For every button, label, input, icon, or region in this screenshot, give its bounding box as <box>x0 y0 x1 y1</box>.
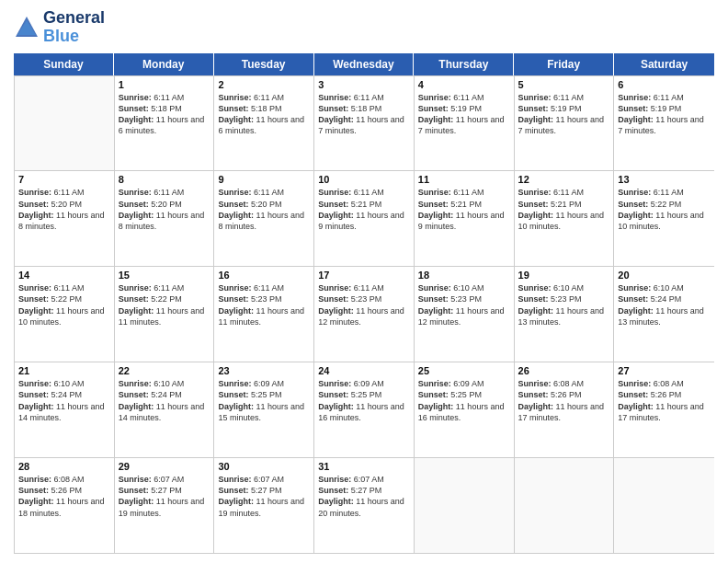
day-cell-5: 5 Sunrise: 6:11 AM Sunset: 5:19 PM Dayli… <box>515 76 615 171</box>
calendar: SundayMondayTuesdayWednesdayThursdayFrid… <box>14 53 714 554</box>
empty-cell <box>515 458 615 553</box>
day-cell-26: 26 Sunrise: 6:08 AM Sunset: 5:26 PM Dayl… <box>515 362 615 457</box>
day-number: 13 <box>618 174 711 185</box>
logo: General Blue <box>14 9 105 46</box>
day-number: 26 <box>518 365 610 376</box>
calendar-body: 1 Sunrise: 6:11 AM Sunset: 5:18 PM Dayli… <box>14 75 714 554</box>
day-number: 22 <box>119 365 210 376</box>
day-info: Sunrise: 6:11 AM Sunset: 5:21 PM Dayligh… <box>318 187 410 232</box>
day-info: Sunrise: 6:08 AM Sunset: 5:26 PM Dayligh… <box>618 378 711 423</box>
day-number: 12 <box>518 174 610 185</box>
day-info: Sunrise: 6:11 AM Sunset: 5:23 PM Dayligh… <box>318 282 410 327</box>
day-number: 30 <box>218 461 310 472</box>
day-cell-20: 20 Sunrise: 6:10 AM Sunset: 5:24 PM Dayl… <box>614 267 714 362</box>
day-cell-16: 16 Sunrise: 6:11 AM Sunset: 5:23 PM Dayl… <box>214 267 314 362</box>
day-number: 31 <box>318 461 410 472</box>
empty-cell <box>614 458 714 553</box>
day-info: Sunrise: 6:11 AM Sunset: 5:19 PM Dayligh… <box>418 92 510 137</box>
empty-cell <box>415 458 515 553</box>
day-cell-22: 22 Sunrise: 6:10 AM Sunset: 5:24 PM Dayl… <box>115 362 215 457</box>
day-info: Sunrise: 6:09 AM Sunset: 5:25 PM Dayligh… <box>218 378 310 423</box>
day-number: 15 <box>119 270 210 281</box>
day-of-week-sunday: Sunday <box>14 53 114 75</box>
day-number: 5 <box>518 79 610 90</box>
day-info: Sunrise: 6:10 AM Sunset: 5:23 PM Dayligh… <box>418 282 510 327</box>
week-1: 1 Sunrise: 6:11 AM Sunset: 5:18 PM Dayli… <box>15 75 714 171</box>
day-of-week-saturday: Saturday <box>614 53 714 75</box>
day-info: Sunrise: 6:07 AM Sunset: 5:27 PM Dayligh… <box>318 474 410 519</box>
day-number: 1 <box>119 79 210 90</box>
day-cell-3: 3 Sunrise: 6:11 AM Sunset: 5:18 PM Dayli… <box>314 76 415 171</box>
week-5: 28 Sunrise: 6:08 AM Sunset: 5:26 PM Dayl… <box>15 457 714 553</box>
day-info: Sunrise: 6:11 AM Sunset: 5:22 PM Dayligh… <box>618 187 711 232</box>
day-info: Sunrise: 6:07 AM Sunset: 5:27 PM Dayligh… <box>218 474 310 519</box>
calendar-header: SundayMondayTuesdayWednesdayThursdayFrid… <box>14 53 714 75</box>
day-cell-4: 4 Sunrise: 6:11 AM Sunset: 5:19 PM Dayli… <box>415 76 515 171</box>
empty-cell <box>15 76 115 171</box>
day-info: Sunrise: 6:10 AM Sunset: 5:24 PM Dayligh… <box>618 282 711 327</box>
day-info: Sunrise: 6:11 AM Sunset: 5:21 PM Dayligh… <box>518 187 610 232</box>
day-info: Sunrise: 6:11 AM Sunset: 5:18 PM Dayligh… <box>218 92 310 137</box>
day-info: Sunrise: 6:07 AM Sunset: 5:27 PM Dayligh… <box>119 474 210 519</box>
day-cell-1: 1 Sunrise: 6:11 AM Sunset: 5:18 PM Dayli… <box>115 76 215 171</box>
day-info: Sunrise: 6:09 AM Sunset: 5:25 PM Dayligh… <box>318 378 410 423</box>
day-number: 8 <box>119 174 210 185</box>
day-number: 25 <box>418 365 510 376</box>
day-cell-23: 23 Sunrise: 6:09 AM Sunset: 5:25 PM Dayl… <box>214 362 314 457</box>
day-info: Sunrise: 6:10 AM Sunset: 5:24 PM Dayligh… <box>18 378 110 423</box>
day-info: Sunrise: 6:11 AM Sunset: 5:20 PM Dayligh… <box>119 187 210 232</box>
day-cell-6: 6 Sunrise: 6:11 AM Sunset: 5:19 PM Dayli… <box>614 76 714 171</box>
day-number: 2 <box>218 79 310 90</box>
logo-icon <box>14 15 40 40</box>
day-info: Sunrise: 6:11 AM Sunset: 5:18 PM Dayligh… <box>318 92 410 137</box>
day-info: Sunrise: 6:11 AM Sunset: 5:19 PM Dayligh… <box>518 92 610 137</box>
day-number: 16 <box>218 270 310 281</box>
svg-marker-1 <box>17 20 36 35</box>
day-cell-30: 30 Sunrise: 6:07 AM Sunset: 5:27 PM Dayl… <box>214 458 314 553</box>
day-cell-18: 18 Sunrise: 6:10 AM Sunset: 5:23 PM Dayl… <box>415 267 515 362</box>
day-number: 20 <box>618 270 711 281</box>
day-cell-2: 2 Sunrise: 6:11 AM Sunset: 5:18 PM Dayli… <box>214 76 314 171</box>
day-info: Sunrise: 6:11 AM Sunset: 5:20 PM Dayligh… <box>218 187 310 232</box>
day-number: 10 <box>318 174 410 185</box>
day-number: 24 <box>318 365 410 376</box>
day-number: 19 <box>518 270 610 281</box>
day-number: 14 <box>18 270 110 281</box>
page: General Blue SundayMondayTuesdayWednesda… <box>0 0 728 563</box>
day-info: Sunrise: 6:11 AM Sunset: 5:23 PM Dayligh… <box>218 282 310 327</box>
day-number: 17 <box>318 270 410 281</box>
day-number: 9 <box>218 174 310 185</box>
day-of-week-friday: Friday <box>514 53 614 75</box>
day-cell-28: 28 Sunrise: 6:08 AM Sunset: 5:26 PM Dayl… <box>15 458 115 553</box>
day-cell-10: 10 Sunrise: 6:11 AM Sunset: 5:21 PM Dayl… <box>314 171 415 266</box>
header: General Blue <box>14 9 714 46</box>
day-cell-24: 24 Sunrise: 6:09 AM Sunset: 5:25 PM Dayl… <box>314 362 415 457</box>
day-info: Sunrise: 6:10 AM Sunset: 5:24 PM Dayligh… <box>119 378 210 423</box>
day-cell-13: 13 Sunrise: 6:11 AM Sunset: 5:22 PM Dayl… <box>614 171 714 266</box>
day-cell-12: 12 Sunrise: 6:11 AM Sunset: 5:21 PM Dayl… <box>515 171 615 266</box>
day-cell-27: 27 Sunrise: 6:08 AM Sunset: 5:26 PM Dayl… <box>614 362 714 457</box>
week-3: 14 Sunrise: 6:11 AM Sunset: 5:22 PM Dayl… <box>15 266 714 362</box>
day-cell-9: 9 Sunrise: 6:11 AM Sunset: 5:20 PM Dayli… <box>214 171 314 266</box>
day-of-week-wednesday: Wednesday <box>314 53 415 75</box>
day-number: 21 <box>18 365 110 376</box>
day-info: Sunrise: 6:11 AM Sunset: 5:22 PM Dayligh… <box>18 282 110 327</box>
day-info: Sunrise: 6:09 AM Sunset: 5:25 PM Dayligh… <box>418 378 510 423</box>
day-cell-25: 25 Sunrise: 6:09 AM Sunset: 5:25 PM Dayl… <box>415 362 515 457</box>
day-cell-8: 8 Sunrise: 6:11 AM Sunset: 5:20 PM Dayli… <box>115 171 215 266</box>
day-cell-19: 19 Sunrise: 6:10 AM Sunset: 5:23 PM Dayl… <box>515 267 615 362</box>
day-info: Sunrise: 6:11 AM Sunset: 5:18 PM Dayligh… <box>119 92 210 137</box>
day-number: 6 <box>618 79 711 90</box>
day-info: Sunrise: 6:11 AM Sunset: 5:19 PM Dayligh… <box>618 92 711 137</box>
day-number: 7 <box>18 174 110 185</box>
day-cell-11: 11 Sunrise: 6:11 AM Sunset: 5:21 PM Dayl… <box>415 171 515 266</box>
day-cell-14: 14 Sunrise: 6:11 AM Sunset: 5:22 PM Dayl… <box>15 267 115 362</box>
day-number: 3 <box>318 79 410 90</box>
day-number: 27 <box>618 365 711 376</box>
logo-text: General Blue <box>43 9 105 46</box>
day-number: 28 <box>18 461 110 472</box>
day-cell-17: 17 Sunrise: 6:11 AM Sunset: 5:23 PM Dayl… <box>314 267 415 362</box>
day-number: 23 <box>218 365 310 376</box>
day-info: Sunrise: 6:08 AM Sunset: 5:26 PM Dayligh… <box>18 474 110 519</box>
day-number: 18 <box>418 270 510 281</box>
